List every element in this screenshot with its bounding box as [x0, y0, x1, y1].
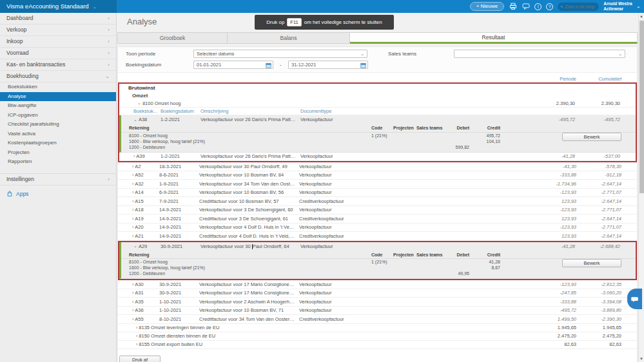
- date-from-input[interactable]: 01-01-2021: [193, 61, 273, 69]
- expand-icon[interactable]: ›: [132, 291, 133, 295]
- expand-icon[interactable]: ›: [132, 317, 133, 321]
- scroll-down-icon[interactable]: ▼: [639, 357, 644, 361]
- expand-icon[interactable]: ›: [132, 216, 133, 221]
- omschrijving: Creditfactuur voor 4 Dolf D. Huis in 't …: [199, 233, 299, 239]
- boekstuk-id: A52: [135, 172, 143, 178]
- documenttype: Verkoopfactuur: [299, 299, 521, 305]
- expand-icon[interactable]: ›: [133, 154, 135, 158]
- documenttype: Verkoopfactuur: [299, 290, 521, 296]
- vertical-scrollbar[interactable]: ▲ ▼: [638, 13, 644, 362]
- sidebar-item-vaste-activa[interactable]: Vaste activa: [0, 129, 116, 139]
- tab-resultaat[interactable]: Resultaat: [350, 32, 638, 44]
- expand-icon[interactable]: ›: [132, 308, 133, 312]
- support-chat-button[interactable]: [627, 289, 642, 309]
- expand-icon[interactable]: ›: [132, 207, 133, 212]
- new-button[interactable]: + Nieuwe: [470, 2, 505, 11]
- account-row-8150[interactable]: ›8150 Omzet diensten binnen de EU2.475,2…: [118, 332, 637, 341]
- transaction-row-A29[interactable]: ⌄A2930-9-2021Verkoopfactuur voor 30 Paul…: [121, 242, 636, 251]
- expand-icon[interactable]: ›: [132, 173, 133, 177]
- date-to-input[interactable]: 31-12-2021: [288, 61, 368, 69]
- transaction-detail: RekeningCodeProjectenSales teamsDebetCre…: [121, 251, 636, 278]
- account-row-8155[interactable]: ›8155 Omzet export buiten EU82,6382,63: [118, 341, 637, 349]
- scroll-up-icon[interactable]: ▲: [639, 14, 644, 18]
- transaction-row-A30[interactable]: ›A3030-9-2021Verkoopfactuur voor 17 Mari…: [118, 280, 637, 289]
- sidebar-item-boekstukken[interactable]: Boekstukken: [0, 82, 116, 92]
- user-menu[interactable]: Arnold Westra Actiewear: [603, 1, 632, 12]
- expand-icon[interactable]: ›: [132, 234, 133, 238]
- sidebar-item-boekhouding[interactable]: Boekhouding⌄: [0, 71, 116, 82]
- bewerk-button[interactable]: Bewerk: [562, 133, 621, 141]
- expand-icon[interactable]: ›: [136, 342, 137, 347]
- credit-header: Credit: [469, 252, 500, 257]
- transaction-row-A18[interactable]: ›A1814-9-2021Verkoopfactuur voor 3 De Sc…: [118, 206, 637, 215]
- account-row-8135[interactable]: ›8135 Omzet leveringen binnen de EU1.945…: [118, 324, 637, 332]
- scrollbar-thumb[interactable]: [639, 21, 644, 193]
- sales-teams-select[interactable]: ⌄: [454, 50, 625, 58]
- tab-balans[interactable]: Balans: [228, 32, 350, 44]
- transaction-row-A39[interactable]: ›A391-2-2021Verkoopfactuur voor 26 Dario…: [119, 153, 636, 162]
- boekstuk-id: A21: [135, 233, 143, 239]
- transaction-row-A31[interactable]: ›A3130-9-2021Verkoopfactuur voor 17 Mari…: [118, 289, 637, 298]
- transaction-row-A14[interactable]: ›A146-9-2021Verkoopfactuur voor 10 Bosma…: [118, 189, 637, 198]
- expand-icon[interactable]: ›: [132, 225, 133, 229]
- account-row-8100[interactable]: ⌄8100 Omzet hoog 2.390,30 2.390,30: [119, 99, 636, 108]
- sidebar-item-apps[interactable]: Apps: [0, 188, 116, 200]
- rekening-code: 1 (21%): [371, 133, 393, 138]
- transaction-row-A52[interactable]: ›A528-6-2021Verkoopfactuur voor 10 Bosma…: [118, 171, 637, 180]
- expand-icon[interactable]: ›: [132, 164, 133, 169]
- expand-icon[interactable]: ›: [132, 182, 133, 186]
- expand-icon[interactable]: ›: [136, 334, 137, 338]
- rekening-line: 1200 - Debiteuren599,82: [121, 144, 636, 150]
- transaction-row-A20[interactable]: ›A2014-9-2021Verkoopfactuur voor 4 Dolf …: [118, 224, 637, 233]
- help-search[interactable]: [558, 3, 599, 11]
- sidebar-item-instellingen[interactable]: Instellingen ›: [0, 174, 116, 186]
- transaction-row-A35[interactable]: ›A351-10-2021Verkoopfactuur voor 2 Aschw…: [118, 298, 637, 307]
- sales-teams-header: Sales teams: [416, 126, 449, 130]
- help-icon[interactable]: ?: [546, 3, 553, 10]
- expand-icon[interactable]: ›: [132, 300, 133, 304]
- expand-icon[interactable]: ›: [132, 199, 133, 204]
- sidebar-item-projecten[interactable]: Projecten: [0, 148, 116, 158]
- sidebar-item-voorraad[interactable]: Voorraad›: [0, 48, 116, 59]
- print-button[interactable]: Druk af: [119, 356, 161, 362]
- transaction-row-A21[interactable]: ›A2114-9-2021Creditfactuur voor 4 Dolf D…: [118, 232, 637, 241]
- boekstuk-id: A55: [135, 316, 143, 322]
- sidebar-item-btw-aangifte[interactable]: Btw-aangifte: [0, 101, 116, 111]
- expand-icon[interactable]: ›: [132, 282, 133, 287]
- tab-grootboek[interactable]: Grootboek: [117, 32, 228, 44]
- info-icon[interactable]: !: [534, 3, 542, 10]
- rekening-line: 8100 - Omzet hoog1 (21%)495,72: [121, 133, 636, 138]
- transaction-row-A32[interactable]: ›A321-9-2021Verkoopfactuur voor 34 Tom V…: [118, 180, 637, 189]
- sidebar-item-kas-en-banktransacties[interactable]: Kas- en banktransacties›: [0, 59, 116, 71]
- transaction-row-A55[interactable]: ›A558-10-2021Creditfactuur voor 34 Tom V…: [118, 315, 637, 324]
- sidebar-item-icp-opgaven[interactable]: ICP-opgaven: [0, 111, 116, 120]
- bewerk-button[interactable]: Bewerk: [562, 259, 621, 267]
- sidebar-item-rapporten[interactable]: Rapporten: [0, 157, 116, 167]
- sidebar-item-verkoop[interactable]: Verkoop›: [0, 24, 116, 36]
- expand-icon[interactable]: ›: [136, 325, 137, 330]
- collapse-icon[interactable]: ⌄: [133, 243, 137, 249]
- documenttype: Verkoopfactuur: [299, 281, 521, 287]
- cumulatief-value: -537,00: [575, 153, 620, 159]
- sidebar-item-checklist-jaarafsluiting[interactable]: Checklist jaarafsluiting: [0, 120, 116, 129]
- transaction-row-A2[interactable]: ›A218-3-2021Verkoopfactuur voor 30 Paul …: [118, 162, 637, 171]
- collapse-icon[interactable]: ⌄: [133, 117, 137, 122]
- expand-icon[interactable]: ›: [132, 190, 133, 195]
- documenttype: Verkoopfactuur: [300, 243, 520, 249]
- rekening-naam: 1600 - Btw verkoop, hoog tarief (21%): [129, 265, 371, 270]
- sidebar-item-inkoop[interactable]: Inkoop›: [0, 36, 116, 48]
- transaction-row-A19[interactable]: ›A1914-9-2021Creditfactuur voor 3 De Sch…: [118, 214, 637, 224]
- chat-icon[interactable]: [522, 3, 530, 11]
- sidebar-item-kostenplaatsgroepen[interactable]: Kostenplaatsgroepen: [0, 138, 116, 148]
- periode-select[interactable]: Selecteer datums⌄: [193, 50, 367, 58]
- transaction-row-A38[interactable]: ⌄A381-2-2021Verkoopfactuur voor 26 Dario…: [121, 115, 636, 124]
- collapse-icon[interactable]: ⌄: [137, 100, 141, 106]
- help-search-input[interactable]: [565, 5, 596, 9]
- app-logo[interactable]: Visma eAccounting Standaard⌄: [0, 0, 117, 13]
- print-icon[interactable]: [509, 3, 517, 11]
- sidebar-item-dashboard[interactable]: Dashboard›: [0, 13, 116, 24]
- documenttype: Creditverkoopfactuur: [299, 233, 521, 239]
- sidebar-item-analyse[interactable]: Analyse: [0, 92, 116, 102]
- transaction-row-A15[interactable]: ›A157-9-2021Creditfactuur voor 10 Bosman…: [118, 197, 637, 206]
- transaction-row-A36[interactable]: ›A361-10-2021Verkoopfactuur voor 10 Bosm…: [118, 307, 637, 316]
